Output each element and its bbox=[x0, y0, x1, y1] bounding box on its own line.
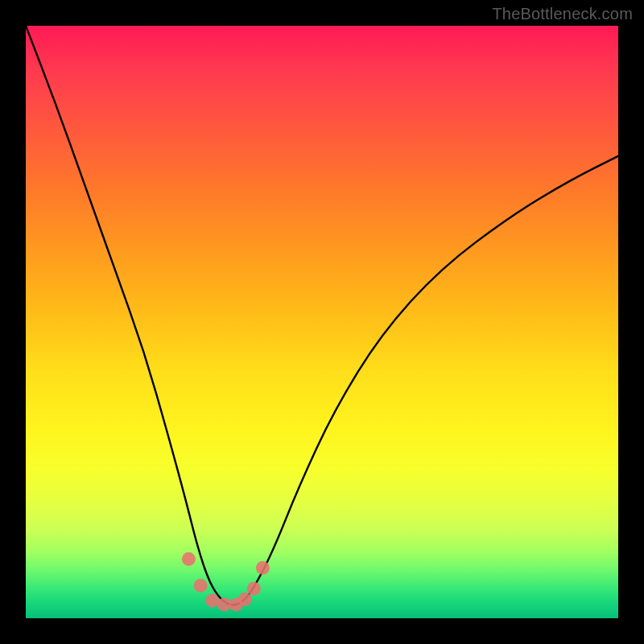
watermark-text: TheBottleneck.com bbox=[492, 5, 633, 23]
data-marker bbox=[238, 592, 252, 606]
chart-svg bbox=[26, 26, 618, 618]
data-marker bbox=[205, 593, 219, 607]
plot-area bbox=[26, 26, 618, 618]
data-marker bbox=[256, 561, 270, 575]
data-marker bbox=[217, 598, 231, 612]
data-marker bbox=[194, 579, 208, 592]
curve-line bbox=[26, 26, 618, 605]
curve-path bbox=[26, 26, 618, 605]
data-marker bbox=[182, 552, 196, 566]
data-marker bbox=[247, 582, 261, 596]
chart-frame: TheBottleneck.com bbox=[0, 0, 644, 644]
